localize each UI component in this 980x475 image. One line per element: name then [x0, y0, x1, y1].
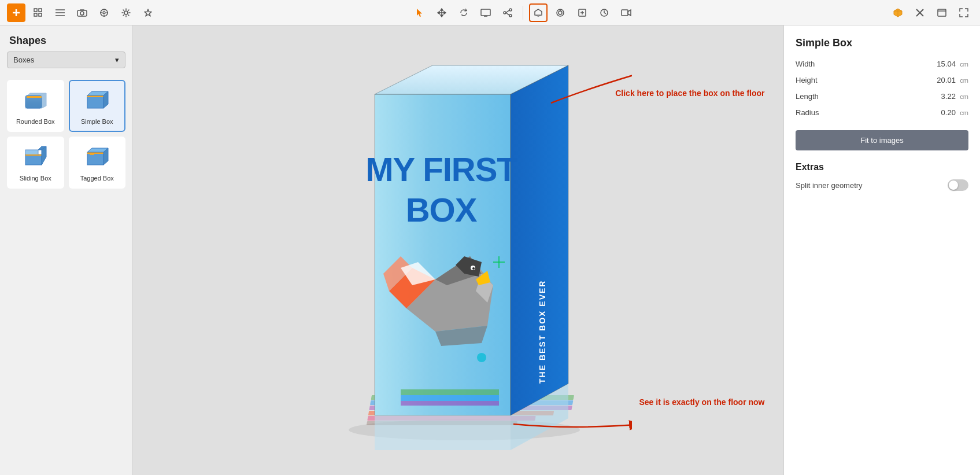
svg-line-32	[506, 10, 509, 12]
sidebar-title: Shapes	[0, 25, 132, 51]
simple-box-label: Simple Box	[81, 118, 113, 125]
svg-text:MY FIRST: MY FIRST	[365, 150, 517, 188]
split-geometry-row: Split inner geometry	[796, 179, 968, 191]
svg-point-30	[509, 9, 512, 11]
box-3d-icon[interactable]	[889, 3, 907, 22]
right-panel: Simple Box Width 15.04 cm Height 20.01 c…	[783, 25, 980, 475]
width-row: Width 15.04 cm	[796, 58, 968, 69]
rounded-box-icon	[21, 87, 49, 115]
svg-marker-22	[441, 9, 443, 10]
shape-item-tagged-box[interactable]: Tagged Box	[69, 137, 126, 189]
target-icon[interactable]	[95, 3, 113, 22]
width-value: 15.04 cm	[937, 58, 968, 69]
sidebar: Shapes Boxes ▾ Rounded Box	[0, 25, 133, 475]
shape-item-rounded-box[interactable]: Rounded Box	[7, 80, 64, 132]
sliding-box-icon	[21, 143, 49, 171]
svg-marker-79	[375, 415, 511, 450]
svg-rect-2	[34, 9, 37, 12]
connect-tool[interactable]	[498, 3, 517, 22]
toolbar	[0, 0, 980, 25]
shape-item-sliding-box[interactable]: Sliding Box	[7, 137, 64, 189]
clock-tool[interactable]	[595, 3, 613, 22]
svg-marker-23	[441, 15, 443, 17]
video-tool[interactable]	[617, 3, 635, 22]
annotation-top-text: Click here to place the box on the floor	[615, 89, 764, 98]
tagged-box-label: Tagged Box	[80, 175, 114, 182]
svg-point-29	[504, 12, 506, 14]
svg-point-100	[472, 267, 475, 270]
svg-marker-18	[145, 9, 151, 16]
main-content: Shapes Boxes ▾ Rounded Box	[0, 25, 980, 475]
radius-row: Radius 0.20 cm	[796, 107, 968, 117]
svg-rect-70	[90, 153, 94, 155]
svg-rect-57	[87, 95, 103, 108]
floor-tool[interactable]	[529, 3, 548, 22]
svg-point-12	[103, 12, 105, 14]
svg-marker-104	[401, 395, 499, 401]
svg-point-17	[124, 11, 128, 14]
height-label: Height	[796, 76, 818, 84]
settings-icon[interactable]	[117, 3, 135, 22]
box-3d-render: MY FIRST BOX THE BEST BOX EVER	[285, 48, 632, 453]
svg-rect-3	[39, 9, 42, 12]
fit-to-images-button[interactable]: Fit to images	[796, 130, 968, 150]
svg-rect-56	[27, 96, 42, 98]
canvas-viewport: MY FIRST BOX THE BEST BOX EVER	[285, 48, 632, 453]
svg-marker-25	[444, 12, 446, 14]
canvas-area[interactable]: MY FIRST BOX THE BEST BOX EVER	[133, 25, 783, 475]
shape-type-dropdown[interactable]: Boxes ▾	[7, 51, 125, 68]
svg-point-102	[477, 353, 486, 362]
width-label: Width	[796, 60, 815, 68]
edit-tool[interactable]	[573, 3, 591, 22]
split-geometry-label: Split inner geometry	[796, 181, 863, 190]
split-geometry-toggle[interactable]	[948, 179, 968, 191]
svg-marker-24	[438, 12, 439, 14]
svg-rect-52	[938, 9, 946, 16]
height-row: Height 20.01 cm	[796, 75, 968, 85]
svg-rect-63	[25, 154, 42, 156]
camera-icon[interactable]	[73, 3, 91, 22]
screen-tool[interactable]	[476, 3, 495, 22]
panel-title: Simple Box	[796, 37, 968, 49]
svg-point-37	[559, 11, 562, 14]
svg-rect-5	[39, 13, 42, 16]
svg-marker-65	[42, 146, 46, 165]
close-icon[interactable]	[911, 3, 929, 22]
toolbar-divider	[523, 6, 523, 20]
svg-rect-26	[481, 9, 490, 16]
svg-marker-103	[401, 389, 499, 395]
sliding-box-label: Sliding Box	[20, 175, 51, 182]
grid-icon[interactable]	[29, 3, 47, 22]
svg-text:THE BEST BOX EVER: THE BEST BOX EVER	[538, 279, 547, 383]
simple-box-icon	[83, 87, 111, 115]
height-value: 20.01 cm	[937, 75, 968, 85]
add-icon[interactable]	[7, 3, 25, 22]
rotate-tool[interactable]	[454, 3, 473, 22]
svg-rect-4	[34, 13, 37, 16]
camera-view-tool[interactable]	[551, 3, 569, 22]
window-icon[interactable]	[933, 3, 951, 22]
radius-label: Radius	[796, 108, 819, 117]
svg-point-10	[80, 12, 84, 15]
shapes-grid: Rounded Box Simple Box	[0, 75, 132, 193]
svg-marker-19	[417, 9, 422, 17]
length-row: Length 3.22 cm	[796, 91, 968, 101]
tagged-box-icon	[83, 143, 111, 171]
svg-line-33	[506, 13, 509, 15]
move-tool[interactable]	[432, 3, 451, 22]
svg-marker-82	[375, 94, 511, 415]
svg-point-31	[509, 14, 512, 17]
menu-icon[interactable]	[51, 3, 69, 22]
rounded-box-label: Rounded Box	[16, 118, 55, 125]
svg-marker-105	[401, 401, 499, 406]
annotation-bottom-text: See it is exactly on the floor now	[639, 397, 764, 407]
svg-rect-45	[622, 10, 628, 16]
shape-item-simple-box[interactable]: Simple Box	[69, 80, 126, 132]
expand-icon[interactable]	[955, 3, 973, 22]
cursor-tool[interactable]	[411, 3, 429, 22]
svg-text:BOX: BOX	[405, 191, 477, 229]
svg-line-44	[604, 13, 606, 14]
length-value: 3.22 cm	[941, 91, 968, 101]
extras-title: Extras	[796, 162, 968, 172]
sun-icon[interactable]	[139, 3, 157, 22]
